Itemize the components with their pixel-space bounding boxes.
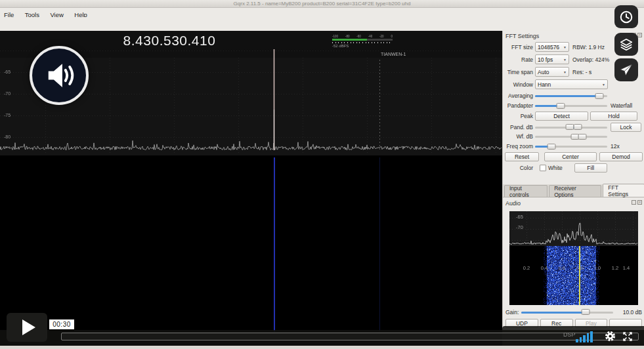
layers-overlay-button[interactable]: [614, 33, 638, 56]
bookmark-label: TIANWEN-1: [381, 52, 406, 56]
time-span-value: Auto: [538, 69, 549, 75]
tab-input-controls[interactable]: Input controls: [504, 185, 547, 197]
dock-window-controls: ✕: [632, 200, 642, 205]
rate-label: Rate: [503, 56, 533, 63]
averaging-label: Averaging: [503, 92, 533, 99]
overlap-value: Overlap: 424%: [572, 56, 609, 63]
signal-strength-meter: -100 -80 -60 -40 -20 0 -52 dBFS: [332, 35, 393, 48]
dock-close-icon[interactable]: ✕: [637, 33, 642, 37]
audio-freq-label: 0.8: [574, 265, 586, 271]
video-play-button[interactable]: [7, 313, 47, 342]
white-checkbox-label: White: [548, 165, 563, 171]
rate-value: 10 fps: [538, 56, 553, 63]
db-axis-label: -70: [4, 91, 11, 96]
res-value: Res: - s: [572, 69, 591, 75]
audio-freq-label: 0.2: [521, 265, 532, 271]
video-seek-bar[interactable]: [61, 333, 639, 340]
dock-float-icon[interactable]: [632, 200, 636, 205]
clock-icon: [619, 10, 633, 24]
waterfall-db-range-slider[interactable]: [535, 133, 607, 140]
video-fullscreen-button[interactable]: [622, 331, 633, 345]
fft-size-label: FFT size: [503, 44, 533, 51]
db-axis-label: -75: [4, 113, 11, 117]
fullscreen-arrows-icon: [622, 331, 633, 342]
video-settings-button[interactable]: [604, 330, 616, 345]
audio-canvas: [509, 211, 638, 305]
meter-tick: -40: [368, 35, 373, 38]
chevron-down-icon: ▼: [561, 58, 567, 62]
chevron-down-icon: ▼: [561, 45, 567, 49]
meter-scale: [332, 42, 393, 43]
audio-db-label: -70: [516, 224, 523, 230]
faded-status-text: DSP: [563, 331, 576, 338]
send-overlay-button[interactable]: [614, 58, 638, 81]
time-span-label: Time span: [503, 69, 533, 75]
menu-bar: File Tools View Help: [0, 8, 644, 17]
meter-tick: -80: [345, 35, 350, 38]
audio-freq-label: 1.2: [609, 265, 621, 271]
meter-tick: 0: [391, 35, 393, 38]
audio-freq-label: 1.4: [620, 265, 632, 271]
audio-gain-slider[interactable]: [521, 308, 613, 316]
audio-panel-title: Audio: [505, 200, 521, 207]
db-axis-label: -80: [4, 134, 11, 139]
meter-tick: -60: [356, 35, 361, 38]
window-titlebar[interactable]: Gqrx 2.11.5 - name=MyB200 product=B200 s…: [0, 0, 644, 8]
peak-detect-button[interactable]: Detect: [535, 112, 588, 121]
window-select[interactable]: Hann▼: [535, 79, 608, 89]
pandapter-label: Pandapter: [503, 102, 533, 109]
audio-freq-label: 0.6: [556, 265, 568, 271]
tab-receiver-options[interactable]: Receiver Options: [549, 185, 601, 197]
lock-button[interactable]: Lock: [611, 123, 641, 132]
rate-select[interactable]: 10 fps▼: [535, 54, 569, 64]
freq-zoom-slider[interactable]: [535, 142, 607, 150]
fft-size-value: 1048576: [538, 44, 559, 51]
meter-value: -52 dBFS: [332, 44, 393, 48]
pandapter-waterfall-split-slider[interactable]: [535, 102, 607, 110]
paper-plane-icon: [619, 63, 633, 77]
fill-button[interactable]: Fill: [574, 163, 607, 173]
gain-label: Gain:: [505, 309, 519, 316]
window-title: Gqrx 2.11.5 - name=MyB200 product=B200 s…: [234, 1, 411, 7]
tab-fft-settings[interactable]: FFT Settings: [603, 184, 644, 197]
fft-settings-title: FFT Settings: [505, 33, 539, 39]
frequency-display[interactable]: 8.430.530.410: [97, 33, 242, 49]
dock-tab-bar: Input controls Receiver Options FFT Sett…: [503, 184, 644, 197]
demod-button[interactable]: Demod: [599, 152, 643, 161]
gear-icon: [604, 330, 616, 342]
meter-fill: [332, 39, 367, 41]
fft-size-select[interactable]: 1048576▼: [535, 42, 569, 52]
pandapter-db-range-slider[interactable]: [535, 123, 607, 131]
gain-value: 10.0 dB: [623, 309, 642, 316]
toolbar: [0, 17, 644, 31]
pand-db-label: Pand. dB: [503, 124, 533, 131]
chevron-down-icon: ▼: [561, 70, 567, 74]
window-label: Window: [503, 81, 533, 88]
averaging-slider[interactable]: [535, 92, 607, 100]
speaker-icon: [42, 58, 76, 92]
chevron-down-icon: ▼: [600, 83, 605, 87]
dock-close-icon[interactable]: ✕: [637, 200, 642, 205]
color-label: Color: [503, 165, 533, 171]
peak-hold-button[interactable]: Hold: [590, 112, 637, 121]
white-checkbox[interactable]: [540, 165, 546, 171]
meter-tick: -100: [332, 35, 338, 38]
audio-db-label: -65: [516, 214, 523, 220]
audio-fft-display[interactable]: [509, 211, 638, 305]
page-background-strip: [0, 346, 644, 349]
history-overlay-button[interactable]: [614, 5, 638, 28]
layers-icon: [619, 37, 633, 52]
rbw-value: RBW: 1.9 Hz: [572, 44, 605, 51]
video-time-tooltip: 00:30: [49, 319, 74, 329]
center-button[interactable]: Center: [544, 152, 597, 161]
peak-label: Peak: [503, 113, 533, 119]
play-icon: [22, 319, 35, 335]
volume-bars-icon[interactable]: [576, 331, 597, 342]
meter-tick: -20: [379, 35, 384, 38]
waterfall-label: Waterfall: [611, 102, 632, 109]
time-span-select[interactable]: Auto▼: [535, 67, 569, 77]
freq-zoom-value: 12x: [611, 143, 620, 150]
reset-button[interactable]: Reset: [505, 152, 539, 161]
volume-indicator-overlay: [30, 46, 89, 105]
wf-db-label: Wf. dB: [503, 133, 533, 140]
